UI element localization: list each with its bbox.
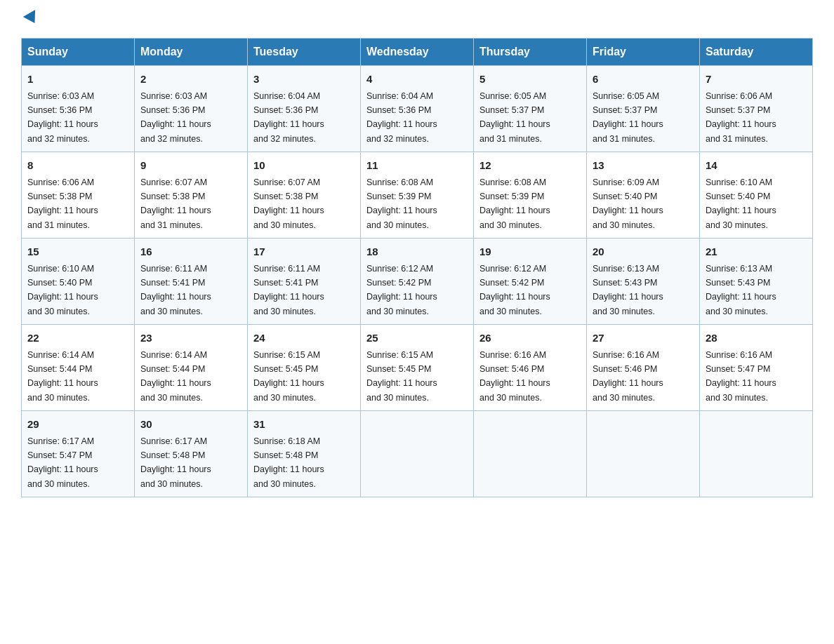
calendar-week-row: 22 Sunrise: 6:14 AMSunset: 5:44 PMDaylig… bbox=[22, 325, 813, 411]
calendar-day-cell: 7 Sunrise: 6:06 AMSunset: 5:37 PMDayligh… bbox=[700, 66, 813, 152]
day-info: Sunrise: 6:16 AMSunset: 5:46 PMDaylight:… bbox=[593, 350, 663, 403]
calendar-day-cell: 14 Sunrise: 6:10 AMSunset: 5:40 PMDaylig… bbox=[700, 152, 813, 239]
day-info: Sunrise: 6:10 AMSunset: 5:40 PMDaylight:… bbox=[706, 177, 776, 230]
day-info: Sunrise: 6:06 AMSunset: 5:38 PMDaylight:… bbox=[27, 177, 98, 230]
day-info: Sunrise: 6:08 AMSunset: 5:39 PMDaylight:… bbox=[366, 177, 437, 230]
day-number: 25 bbox=[366, 330, 468, 347]
calendar-day-cell: 16 Sunrise: 6:11 AMSunset: 5:41 PMDaylig… bbox=[135, 239, 248, 325]
day-info: Sunrise: 6:07 AMSunset: 5:38 PMDaylight:… bbox=[140, 177, 211, 230]
day-info: Sunrise: 6:15 AMSunset: 5:45 PMDaylight:… bbox=[253, 350, 324, 403]
calendar-day-cell: 20 Sunrise: 6:13 AMSunset: 5:43 PMDaylig… bbox=[587, 239, 700, 325]
day-number: 6 bbox=[593, 72, 694, 88]
day-info: Sunrise: 6:16 AMSunset: 5:46 PMDaylight:… bbox=[479, 350, 550, 403]
day-info: Sunrise: 6:11 AMSunset: 5:41 PMDaylight:… bbox=[140, 264, 211, 316]
day-number: 15 bbox=[27, 244, 128, 260]
calendar-day-cell: 8 Sunrise: 6:06 AMSunset: 5:38 PMDayligh… bbox=[22, 152, 135, 239]
day-info: Sunrise: 6:18 AMSunset: 5:48 PMDaylight:… bbox=[253, 436, 324, 489]
logo bbox=[21, 14, 37, 25]
day-number: 14 bbox=[706, 158, 807, 174]
calendar-day-cell: 3 Sunrise: 6:04 AMSunset: 5:36 PMDayligh… bbox=[248, 66, 361, 152]
calendar-day-cell: 22 Sunrise: 6:14 AMSunset: 5:44 PMDaylig… bbox=[22, 325, 135, 411]
calendar-day-cell: 12 Sunrise: 6:08 AMSunset: 5:39 PMDaylig… bbox=[474, 152, 587, 239]
day-number: 21 bbox=[706, 244, 807, 260]
day-number: 17 bbox=[253, 244, 355, 260]
day-number: 3 bbox=[253, 72, 355, 88]
day-info: Sunrise: 6:17 AMSunset: 5:48 PMDaylight:… bbox=[140, 436, 211, 489]
calendar-day-cell: 15 Sunrise: 6:10 AMSunset: 5:40 PMDaylig… bbox=[22, 239, 135, 325]
day-number: 13 bbox=[593, 158, 694, 174]
day-number: 27 bbox=[593, 330, 694, 347]
day-info: Sunrise: 6:16 AMSunset: 5:47 PMDaylight:… bbox=[706, 350, 776, 403]
calendar-week-row: 15 Sunrise: 6:10 AMSunset: 5:40 PMDaylig… bbox=[22, 239, 813, 325]
calendar-day-cell: 26 Sunrise: 6:16 AMSunset: 5:46 PMDaylig… bbox=[474, 325, 587, 411]
calendar-day-cell: 18 Sunrise: 6:12 AMSunset: 5:42 PMDaylig… bbox=[361, 239, 474, 325]
day-number: 16 bbox=[140, 244, 241, 260]
day-number: 7 bbox=[706, 72, 807, 88]
day-info: Sunrise: 6:03 AMSunset: 5:36 PMDaylight:… bbox=[140, 91, 211, 144]
day-number: 29 bbox=[27, 417, 128, 433]
day-info: Sunrise: 6:09 AMSunset: 5:40 PMDaylight:… bbox=[593, 177, 663, 230]
day-info: Sunrise: 6:12 AMSunset: 5:42 PMDaylight:… bbox=[479, 264, 550, 316]
day-number: 26 bbox=[479, 330, 581, 347]
calendar-day-cell bbox=[361, 411, 474, 497]
calendar-day-cell: 17 Sunrise: 6:11 AMSunset: 5:41 PMDaylig… bbox=[248, 239, 361, 325]
day-number: 28 bbox=[706, 330, 807, 347]
calendar-day-cell: 1 Sunrise: 6:03 AMSunset: 5:36 PMDayligh… bbox=[22, 66, 135, 152]
day-number: 30 bbox=[140, 417, 241, 433]
calendar-day-cell: 23 Sunrise: 6:14 AMSunset: 5:44 PMDaylig… bbox=[135, 325, 248, 411]
day-of-week-header: Tuesday bbox=[248, 39, 361, 66]
logo-triangle-icon bbox=[23, 10, 41, 27]
calendar-day-cell: 29 Sunrise: 6:17 AMSunset: 5:47 PMDaylig… bbox=[22, 411, 135, 497]
day-info: Sunrise: 6:04 AMSunset: 5:36 PMDaylight:… bbox=[253, 91, 324, 144]
day-number: 20 bbox=[593, 244, 694, 260]
calendar-day-cell: 13 Sunrise: 6:09 AMSunset: 5:40 PMDaylig… bbox=[587, 152, 700, 239]
calendar-day-cell bbox=[587, 411, 700, 497]
calendar-day-cell: 10 Sunrise: 6:07 AMSunset: 5:38 PMDaylig… bbox=[248, 152, 361, 239]
day-number: 18 bbox=[366, 244, 468, 260]
day-info: Sunrise: 6:10 AMSunset: 5:40 PMDaylight:… bbox=[27, 264, 98, 316]
calendar-day-cell: 30 Sunrise: 6:17 AMSunset: 5:48 PMDaylig… bbox=[135, 411, 248, 497]
day-info: Sunrise: 6:03 AMSunset: 5:36 PMDaylight:… bbox=[27, 91, 98, 144]
day-of-week-header: Sunday bbox=[22, 39, 135, 66]
day-info: Sunrise: 6:04 AMSunset: 5:36 PMDaylight:… bbox=[366, 91, 437, 144]
day-number: 12 bbox=[479, 158, 581, 174]
day-number: 1 bbox=[27, 72, 128, 88]
day-number: 22 bbox=[27, 330, 128, 347]
day-number: 9 bbox=[140, 158, 241, 174]
day-info: Sunrise: 6:06 AMSunset: 5:37 PMDaylight:… bbox=[706, 91, 776, 144]
calendar-header-row: SundayMondayTuesdayWednesdayThursdayFrid… bbox=[22, 39, 813, 66]
day-number: 10 bbox=[253, 158, 355, 174]
day-of-week-header: Monday bbox=[135, 39, 248, 66]
day-info: Sunrise: 6:15 AMSunset: 5:45 PMDaylight:… bbox=[366, 350, 437, 403]
calendar-day-cell: 25 Sunrise: 6:15 AMSunset: 5:45 PMDaylig… bbox=[361, 325, 474, 411]
calendar-day-cell bbox=[474, 411, 587, 497]
calendar-day-cell: 19 Sunrise: 6:12 AMSunset: 5:42 PMDaylig… bbox=[474, 239, 587, 325]
day-info: Sunrise: 6:13 AMSunset: 5:43 PMDaylight:… bbox=[706, 264, 776, 316]
calendar-day-cell: 24 Sunrise: 6:15 AMSunset: 5:45 PMDaylig… bbox=[248, 325, 361, 411]
calendar-day-cell bbox=[700, 411, 813, 497]
calendar-table: SundayMondayTuesdayWednesdayThursdayFrid… bbox=[21, 38, 813, 497]
day-info: Sunrise: 6:05 AMSunset: 5:37 PMDaylight:… bbox=[593, 91, 663, 144]
day-info: Sunrise: 6:17 AMSunset: 5:47 PMDaylight:… bbox=[27, 436, 98, 489]
day-number: 31 bbox=[253, 417, 355, 433]
calendar-day-cell: 2 Sunrise: 6:03 AMSunset: 5:36 PMDayligh… bbox=[135, 66, 248, 152]
day-info: Sunrise: 6:05 AMSunset: 5:37 PMDaylight:… bbox=[479, 91, 550, 144]
day-number: 4 bbox=[366, 72, 468, 88]
calendar-day-cell: 5 Sunrise: 6:05 AMSunset: 5:37 PMDayligh… bbox=[474, 66, 587, 152]
calendar-day-cell: 27 Sunrise: 6:16 AMSunset: 5:46 PMDaylig… bbox=[587, 325, 700, 411]
day-number: 8 bbox=[27, 158, 128, 174]
day-of-week-header: Wednesday bbox=[361, 39, 474, 66]
day-number: 23 bbox=[140, 330, 241, 347]
day-number: 24 bbox=[253, 330, 355, 347]
day-number: 5 bbox=[479, 72, 581, 88]
day-info: Sunrise: 6:14 AMSunset: 5:44 PMDaylight:… bbox=[140, 350, 211, 403]
calendar-day-cell: 31 Sunrise: 6:18 AMSunset: 5:48 PMDaylig… bbox=[248, 411, 361, 497]
day-number: 2 bbox=[140, 72, 241, 88]
day-info: Sunrise: 6:08 AMSunset: 5:39 PMDaylight:… bbox=[479, 177, 550, 230]
calendar-day-cell: 21 Sunrise: 6:13 AMSunset: 5:43 PMDaylig… bbox=[700, 239, 813, 325]
calendar-week-row: 8 Sunrise: 6:06 AMSunset: 5:38 PMDayligh… bbox=[22, 152, 813, 239]
day-info: Sunrise: 6:11 AMSunset: 5:41 PMDaylight:… bbox=[253, 264, 324, 316]
calendar-day-cell: 4 Sunrise: 6:04 AMSunset: 5:36 PMDayligh… bbox=[361, 66, 474, 152]
day-info: Sunrise: 6:07 AMSunset: 5:38 PMDaylight:… bbox=[253, 177, 324, 230]
page-header bbox=[21, 14, 813, 25]
